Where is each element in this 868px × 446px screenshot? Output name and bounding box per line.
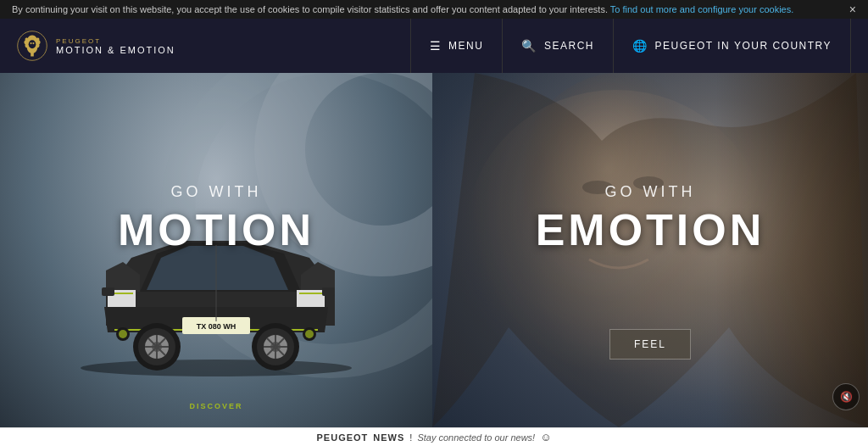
sound-icon: 🔇 [840,391,853,403]
svg-point-2 [30,42,31,44]
hero-right-text: GO WITH EMOTION [432,183,868,255]
svg-point-39 [305,330,314,338]
country-label: PEUGEOT IN YOUR COUNTRY [654,40,832,52]
brand-name: PEUGEOT [56,37,175,45]
footer-exclamation: ! [409,432,412,443]
search-label: SEARCH [544,40,594,52]
menu-nav-item[interactable]: ☰ MENU [410,19,503,73]
svg-point-3 [32,42,34,44]
cookie-message: By continuing your visit on this website… [12,4,608,14]
main-nav: ☰ MENU 🔍 SEARCH 🌐 PEUGEOT IN YOUR COUNTR… [410,19,851,73]
menu-label: MENU [448,40,483,52]
svg-point-4 [81,360,352,376]
hero-left-subtitle: GO WITH [0,183,432,201]
smiley-icon: ☺ [540,431,551,443]
svg-point-37 [119,330,127,338]
search-icon: 🔍 [521,39,537,53]
search-nav-item[interactable]: 🔍 SEARCH [502,19,613,73]
hero-right-panel: GO WITH EMOTION FEEL 🔇 [432,73,868,427]
hero-left-title: MOTION [0,204,432,255]
hero-section: GO WITH MOTION [0,73,868,427]
logo-area[interactable]: PEUGEOT MOTION & EMOTION [17,31,175,61]
country-nav-item[interactable]: 🌐 PEUGEOT IN YOUR COUNTRY [613,19,851,73]
peugeot-logo [17,31,47,61]
footer-brand: PEUGEOT [317,432,369,443]
svg-rect-34 [322,287,335,296]
footer-bar: PEUGEOT NEWS ! Stay connected to our new… [0,427,868,446]
cookie-close-button[interactable]: × [849,3,856,15]
cookie-link[interactable]: To find out more and configure your cook… [610,4,793,14]
svg-rect-33 [102,287,114,296]
cookie-text: By continuing your visit on this website… [12,4,793,14]
cookie-banner: By continuing your visit on this website… [0,0,868,19]
hero-left-text: GO WITH MOTION [0,183,432,255]
svg-text:TX 080 WH: TX 080 WH [197,322,236,331]
hero-right-title: EMOTION [432,204,868,255]
globe-icon: 🌐 [632,39,648,53]
footer-news: NEWS [373,432,404,443]
brand-tagline: MOTION & EMOTION [56,45,175,55]
discover-button[interactable]: DISCOVER [189,402,242,410]
footer-tagline: Stay connected to our news! [417,432,535,443]
sound-button[interactable]: 🔇 [832,383,860,410]
hero-left-panel: GO WITH MOTION [0,73,432,427]
menu-icon: ☰ [430,39,442,53]
hero-right-subtitle: GO WITH [432,183,868,201]
svg-point-1 [29,40,36,48]
feel-button[interactable]: FEEL [609,329,691,360]
header: PEUGEOT MOTION & EMOTION ☰ MENU 🔍 SEARCH… [0,19,868,73]
